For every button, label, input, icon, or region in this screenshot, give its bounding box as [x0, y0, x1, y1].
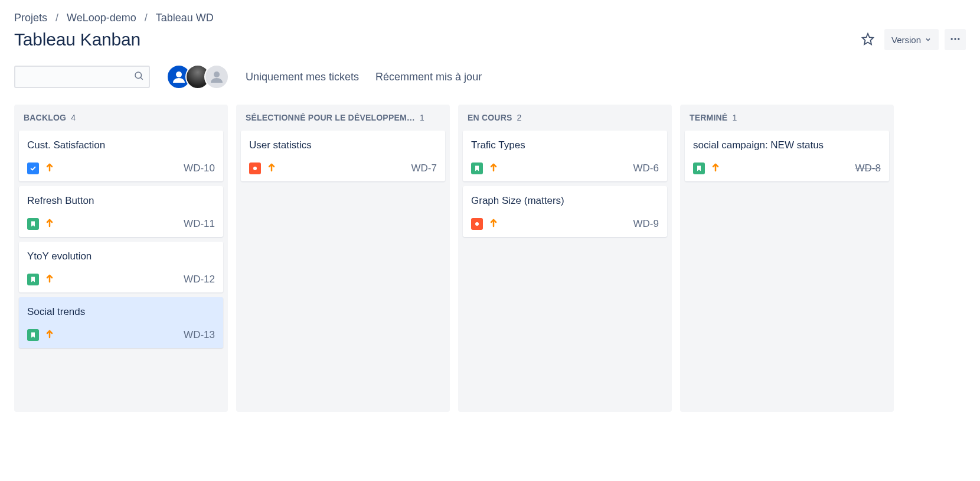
svg-point-4 [135, 72, 142, 79]
kanban-column: Sélectionné pour le développem…1User sta… [236, 105, 450, 412]
chevron-down-icon [925, 35, 932, 45]
card-title: Trafic Types [471, 139, 659, 152]
bug-type-icon [249, 162, 261, 174]
card-key: WD-7 [411, 162, 437, 174]
card-title: User statistics [249, 139, 437, 152]
card-key: WD-9 [633, 218, 659, 230]
title-actions: Version [857, 29, 966, 50]
story-type-icon [471, 162, 483, 174]
column-header[interactable]: Backlog4 [19, 113, 223, 131]
breadcrumb: Projets / WeLoop-demo / Tableau WD [14, 12, 966, 24]
card-meta [471, 162, 498, 174]
column-count: 2 [517, 113, 522, 122]
card-meta [27, 274, 54, 285]
card-meta [27, 218, 54, 230]
filter-my-tickets[interactable]: Uniquement mes tickets [246, 71, 359, 83]
card-meta [27, 162, 54, 174]
svg-point-1 [951, 38, 953, 40]
card-footer: WD-6 [471, 162, 659, 174]
kanban-column: En cours2Trafic TypesWD-6Graph Size (mat… [458, 105, 672, 412]
version-dropdown[interactable]: Version [884, 29, 939, 50]
avatar-add[interactable] [204, 64, 229, 89]
card-title: Refresh Button [27, 194, 215, 207]
card-footer: WD-11 [27, 218, 215, 230]
card-key: WD-12 [184, 274, 215, 285]
kanban-card[interactable]: Refresh ButtonWD-11 [19, 186, 223, 237]
card-title: YtoY evolution [27, 250, 215, 263]
story-type-icon [693, 162, 705, 174]
search-box [14, 66, 150, 88]
priority-medium-icon [489, 218, 498, 230]
kanban-card[interactable]: User statisticsWD-7 [241, 131, 445, 181]
filter-recently-updated[interactable]: Récemment mis à jour [375, 71, 482, 83]
kanban-column: Backlog4Cust. SatisfactionWD-10Refresh B… [14, 105, 228, 412]
card-meta [471, 218, 498, 230]
kanban-card[interactable]: Cust. SatisfactionWD-10 [19, 131, 223, 181]
card-key: WD-10 [184, 162, 215, 174]
star-button[interactable] [857, 29, 878, 50]
card-key: WD-6 [633, 162, 659, 174]
column-title: Sélectionné pour le développem… [246, 113, 415, 122]
card-title: Cust. Satisfaction [27, 139, 215, 152]
card-meta [27, 329, 54, 341]
bug-type-icon [471, 218, 483, 230]
priority-medium-icon [267, 162, 276, 174]
priority-medium-icon [711, 162, 720, 174]
story-type-icon [27, 329, 39, 341]
priority-medium-icon [45, 162, 54, 174]
breadcrumb-projects[interactable]: Projets [14, 12, 47, 24]
card-title: Graph Size (matters) [471, 194, 659, 207]
kanban-card[interactable]: Graph Size (matters)WD-9 [463, 186, 667, 237]
kanban-card[interactable]: Trafic TypesWD-6 [463, 131, 667, 181]
card-footer: WD-9 [471, 218, 659, 230]
kanban-card[interactable]: Social trendsWD-13 [19, 297, 223, 348]
task-type-icon [27, 162, 39, 174]
story-type-icon [27, 218, 39, 230]
priority-medium-icon [489, 162, 498, 174]
priority-medium-icon [45, 274, 54, 285]
svg-point-6 [176, 72, 182, 77]
breadcrumb-sep: / [55, 12, 58, 24]
column-count: 4 [71, 113, 76, 122]
story-type-icon [27, 274, 39, 285]
card-meta [249, 162, 276, 174]
svg-line-5 [141, 77, 143, 80]
page-title: Tableau Kanban [14, 30, 141, 50]
breadcrumb-sep: / [145, 12, 148, 24]
star-icon [861, 32, 874, 47]
card-footer: WD-8 [693, 162, 881, 174]
card-footer: WD-13 [27, 329, 215, 341]
svg-point-3 [958, 38, 959, 40]
card-meta [693, 162, 720, 174]
svg-point-2 [954, 38, 956, 40]
svg-point-12 [253, 167, 257, 170]
column-title: En cours [468, 113, 512, 122]
card-title: social campaign: NEW status [693, 139, 881, 152]
svg-point-7 [214, 72, 220, 77]
breadcrumb-project-name[interactable]: WeLoop-demo [67, 12, 136, 24]
svg-marker-0 [863, 33, 873, 44]
column-header[interactable]: Terminé1 [685, 113, 889, 131]
card-key: WD-11 [184, 218, 215, 230]
card-footer: WD-7 [249, 162, 437, 174]
search-input[interactable] [15, 67, 149, 87]
toolbar: Uniquement mes tickets Récemment mis à j… [14, 64, 966, 89]
priority-medium-icon [45, 218, 54, 230]
column-count: 1 [420, 113, 424, 122]
breadcrumb-board[interactable]: Tableau WD [156, 12, 214, 24]
column-header[interactable]: Sélectionné pour le développem…1 [241, 113, 445, 131]
card-footer: WD-12 [27, 274, 215, 285]
svg-point-15 [475, 222, 479, 226]
more-icon [949, 33, 961, 47]
kanban-card[interactable]: YtoY evolutionWD-12 [19, 242, 223, 292]
search-icon [133, 70, 144, 83]
column-count: 1 [732, 113, 737, 122]
card-key: WD-13 [184, 329, 215, 341]
card-key: WD-8 [855, 162, 881, 174]
column-title: Backlog [24, 113, 66, 122]
more-menu-button[interactable] [945, 29, 966, 50]
kanban-card[interactable]: social campaign: NEW statusWD-8 [685, 131, 889, 181]
kanban-board: Backlog4Cust. SatisfactionWD-10Refresh B… [14, 105, 966, 412]
priority-medium-icon [45, 329, 54, 341]
column-header[interactable]: En cours2 [463, 113, 667, 131]
